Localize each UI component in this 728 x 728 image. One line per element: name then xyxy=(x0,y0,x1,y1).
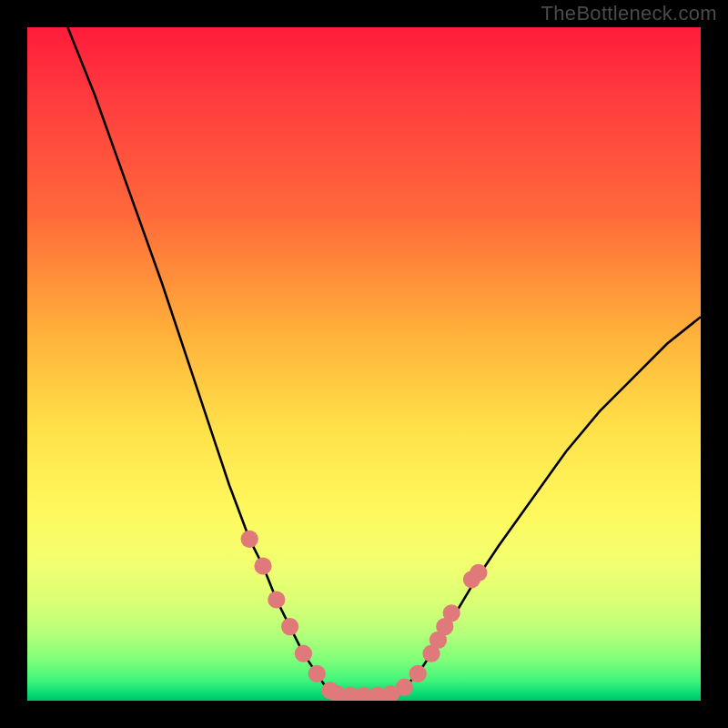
curve-marker xyxy=(281,618,298,635)
curve-markers xyxy=(241,531,488,701)
bottleneck-curve xyxy=(67,27,701,695)
curve-marker xyxy=(308,665,326,682)
curve-marker xyxy=(410,665,427,682)
watermark-label: TheBottleneck.com xyxy=(541,2,717,25)
curve-marker xyxy=(396,679,413,696)
plot-area xyxy=(27,27,701,701)
curve-marker xyxy=(268,591,285,608)
curve-marker xyxy=(254,557,271,574)
curve-marker xyxy=(295,645,312,662)
curve-marker xyxy=(470,564,487,581)
curve-marker xyxy=(241,531,258,548)
chart-frame: TheBottleneck.com xyxy=(0,0,728,728)
curve-svg xyxy=(27,27,701,701)
curve-marker xyxy=(443,604,460,622)
